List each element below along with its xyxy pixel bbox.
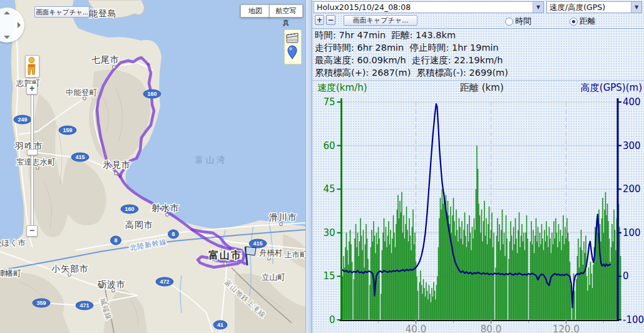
- left-tick-label: 15: [323, 270, 335, 282]
- pan-right-icon[interactable]: [18, 22, 21, 28]
- map-label: 能登島: [89, 8, 117, 18]
- stats-time-distance: 時間: 7hr 47min 距離: 143.8km: [315, 29, 456, 41]
- map-label: 富山市: [208, 249, 242, 260]
- left-tick-label: 0: [329, 314, 335, 325]
- map-label: 立山町: [262, 273, 285, 282]
- zoom-out-button[interactable]: −: [26, 225, 38, 237]
- radio-circle-icon[interactable]: [505, 18, 513, 26]
- x-axis-distance-radio[interactable]: 距離: [570, 16, 596, 27]
- chevron-down-icon[interactable]: ▼: [631, 2, 641, 13]
- map-label: 津幡町: [0, 269, 21, 278]
- town-dot: [112, 289, 115, 292]
- map-label: 宝達志水町: [16, 158, 56, 166]
- town-dot: [166, 213, 169, 217]
- satellite-type-button[interactable]: 航空写真: [269, 4, 303, 18]
- x-tick-label: 40.0: [406, 324, 426, 333]
- pegman-control[interactable]: [25, 55, 39, 78]
- display-mode-value: 速度/高度(GPS): [549, 3, 605, 12]
- town-dot: [68, 274, 71, 277]
- stats-moving-stopped: 走行時間: 6hr 28min 停止時間: 1hr 19min: [315, 42, 499, 54]
- map-label: 舟橋村: [259, 248, 283, 257]
- town-dot: [268, 257, 271, 260]
- route-badge-number: 8: [114, 237, 117, 243]
- map-label: 中能登町: [66, 88, 98, 97]
- route-badge-number: 160: [125, 206, 134, 212]
- route-badge-number: 249: [18, 116, 27, 123]
- track-select-value: Holux2015/10/24_08:08: [317, 3, 411, 12]
- radio-distance-label: 距離: [580, 16, 596, 27]
- panel-screen-capture-button[interactable]: 画面キャプチャ...: [344, 15, 417, 26]
- route-badge-number: 160: [147, 91, 156, 97]
- right-tick-label: 400: [623, 96, 641, 108]
- map-label: 射水市: [151, 203, 180, 213]
- map-type-button[interactable]: 地図: [240, 4, 270, 18]
- stats-speed: 最高速度: 60.09km/h 走行速度: 22.19km/h: [315, 54, 503, 66]
- left-tick-label: 60: [323, 140, 335, 151]
- town-dot: [83, 97, 86, 100]
- route-badge-number: 41: [217, 322, 223, 328]
- town-dot: [115, 172, 118, 175]
- pan-up-icon[interactable]: [4, 11, 10, 14]
- pan-down-icon[interactable]: [4, 36, 10, 39]
- route-badge-number: 8: [171, 231, 175, 237]
- map-screen-capture-button[interactable]: 画面キャプチャ...: [34, 6, 89, 18]
- zoom-in-button[interactable]: +: [26, 83, 38, 95]
- route-badge-number: 159: [63, 127, 72, 133]
- right-tick-label: 300: [623, 140, 641, 151]
- track-select-dropdown[interactable]: Holux2015/10/24_08:08 ▼: [314, 1, 544, 13]
- map-label: 高岡市: [125, 220, 153, 230]
- x-tick-label: 120.0: [553, 324, 580, 333]
- zoom-slider-handle[interactable]: [27, 149, 38, 155]
- right-tick-label: -100: [623, 314, 644, 325]
- zoom-slider-track[interactable]: [31, 95, 34, 228]
- palette-icons: [285, 30, 300, 63]
- town-dot: [224, 262, 227, 265]
- chevron-down-icon[interactable]: ▼: [533, 2, 543, 13]
- divider: [312, 28, 644, 29]
- gps-track-viewer-window: 2491594151601608841547235947141 能登島七尾市志賀…: [0, 0, 644, 333]
- route-badge-number: 471: [79, 302, 89, 309]
- map-pin-icon[interactable]: [288, 46, 297, 59]
- pane-splitter[interactable]: [305, 0, 312, 333]
- map-label: かほく市: [0, 238, 26, 247]
- x-axis-time-radio[interactable]: 時間: [505, 16, 531, 27]
- map-label: 砺波市: [97, 279, 126, 289]
- route-badge-number: 415: [253, 240, 262, 247]
- stats-elevation: 累積標高(+): 2687(m) 累積標高(-): 2699(m): [315, 67, 508, 79]
- right-tick-label: 200: [623, 183, 641, 195]
- town-dot: [36, 166, 39, 170]
- map-label: 滑川市: [269, 212, 297, 222]
- radio-circle-icon[interactable]: [570, 18, 578, 26]
- clapperboard-icon[interactable]: [287, 33, 298, 43]
- map-label: 氷見市: [103, 160, 131, 170]
- x-tick-label: 80.0: [481, 324, 501, 333]
- left-tick-label: 75: [323, 96, 335, 108]
- map-canvas: 2491594151601608841547235947141 能登島七尾市志賀…: [0, 0, 305, 333]
- map-label: 上市町: [284, 250, 305, 259]
- map-label: 七尾市: [91, 54, 120, 64]
- town-dot: [280, 223, 283, 226]
- route-badge-number: 472: [160, 279, 169, 285]
- town-dot: [113, 66, 116, 69]
- chart-canvas: 01530456075-100010020030040040.080.0120.…: [312, 80, 644, 333]
- right-tick-label: 0: [623, 270, 629, 282]
- map-label: 富山湾: [195, 155, 227, 165]
- speed-altitude-chart: 01530456075-100010020030040040.080.0120.…: [312, 80, 644, 333]
- route-badge-number: 359: [36, 300, 46, 306]
- radio-time-label: 時間: [515, 16, 531, 27]
- pegman-icon: [26, 56, 38, 76]
- left-tick-label: 45: [323, 183, 335, 195]
- display-mode-dropdown[interactable]: 速度/高度(GPS) ▼: [546, 1, 642, 13]
- chart-zoom-out-button[interactable]: −: [326, 15, 335, 25]
- chart-zoom-in-button[interactable]: +: [315, 15, 324, 25]
- map-pane[interactable]: 2491594151601608841547235947141 能登島七尾市志賀…: [0, 0, 305, 333]
- route-badge-number: 415: [75, 154, 84, 160]
- right-tick-label: 100: [623, 227, 641, 238]
- map-label: 小矢部市: [51, 264, 89, 274]
- left-tick-label: 30: [323, 227, 335, 238]
- map-tool-palette: [284, 29, 302, 64]
- gps-data-panel: Holux2015/10/24_08:08 ▼ 速度/高度(GPS) ▼ + −…: [312, 0, 644, 333]
